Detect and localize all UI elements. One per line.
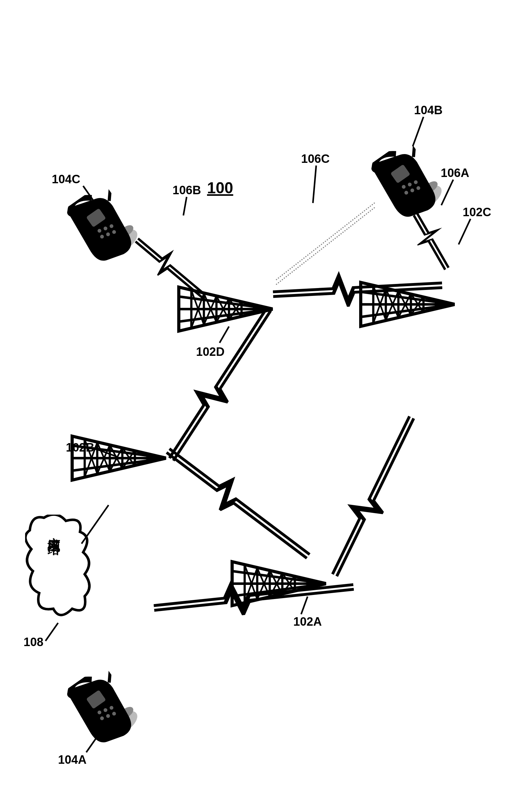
tower-icon bbox=[66, 430, 166, 486]
rf-link-icon bbox=[316, 408, 426, 582]
label-106C: 106C bbox=[301, 152, 330, 166]
label-102B: 102B bbox=[66, 441, 94, 454]
cloud-label: 广域网络 bbox=[45, 527, 63, 535]
rf-link-icon bbox=[128, 227, 215, 307]
leader-line bbox=[458, 219, 472, 245]
rf-link-icon bbox=[404, 206, 462, 276]
label-104B: 104B bbox=[414, 103, 443, 117]
label-108: 108 bbox=[23, 636, 43, 649]
label-102C: 102C bbox=[463, 206, 491, 219]
phone-icon bbox=[60, 182, 150, 279]
label-104C: 104C bbox=[52, 173, 80, 186]
label-102D: 102D bbox=[196, 345, 225, 359]
label-106B: 106B bbox=[172, 184, 201, 197]
leader-line bbox=[312, 165, 317, 203]
diagram-canvas: 100 bbox=[0, 0, 532, 792]
label-104A: 104A bbox=[58, 753, 87, 767]
leader-line bbox=[45, 623, 59, 641]
leader-line bbox=[412, 117, 424, 147]
phone-icon bbox=[60, 664, 150, 761]
label-106A: 106A bbox=[441, 166, 469, 180]
label-102A: 102A bbox=[293, 615, 322, 628]
figure-number: 100 bbox=[207, 179, 233, 197]
leader-line bbox=[183, 197, 187, 215]
